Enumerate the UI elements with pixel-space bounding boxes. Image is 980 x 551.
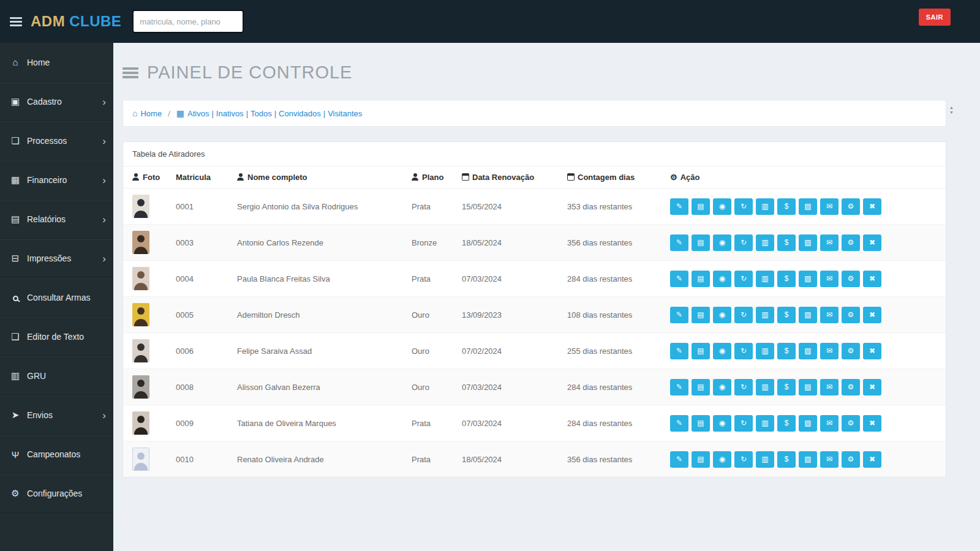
sidebar-item-home[interactable]: ⌂Home <box>0 43 113 82</box>
scroll-up-icon[interactable]: ▲ <box>949 105 954 110</box>
payment-button[interactable]: $ <box>777 379 796 395</box>
document-button[interactable]: ▨ <box>799 307 817 323</box>
breadcrumb-link-ativos[interactable]: Ativos <box>187 109 209 118</box>
edit-button[interactable]: ✎ <box>670 307 688 323</box>
sidebar-item-consultar-armas[interactable]: Consultar Armas <box>0 278 113 317</box>
book-button[interactable]: ▥ <box>756 198 774 215</box>
edit-button[interactable]: ✎ <box>670 415 688 432</box>
search-input[interactable] <box>132 10 244 33</box>
delete-button[interactable]: ✖ <box>863 415 881 432</box>
book-button[interactable]: ▥ <box>756 379 774 395</box>
id-card-button[interactable]: ▤ <box>692 451 710 468</box>
email-button[interactable]: ✉ <box>820 415 839 432</box>
renew-button[interactable]: ↻ <box>734 379 753 395</box>
photo-button[interactable]: ◉ <box>713 343 731 359</box>
book-button[interactable]: ▥ <box>756 343 774 359</box>
tools-button[interactable]: ⚙ <box>842 451 860 468</box>
document-button[interactable]: ▨ <box>799 343 817 359</box>
id-card-button[interactable]: ▤ <box>692 198 710 215</box>
renew-button[interactable]: ↻ <box>734 307 753 323</box>
document-button[interactable]: ▨ <box>799 451 817 468</box>
breadcrumb-link-todos[interactable]: Todos <box>251 109 272 118</box>
menu-toggle-icon[interactable] <box>10 15 22 28</box>
edit-button[interactable]: ✎ <box>670 271 688 287</box>
book-button[interactable]: ▥ <box>756 234 774 251</box>
document-button[interactable]: ▨ <box>799 198 817 215</box>
payment-button[interactable]: $ <box>777 234 796 251</box>
delete-button[interactable]: ✖ <box>863 307 881 323</box>
breadcrumb-link-inativos[interactable]: Inativos <box>216 109 244 118</box>
logout-button[interactable]: SAIR <box>919 9 951 26</box>
sidebar-item-relatorios[interactable]: ▤Relatórios› <box>0 200 113 239</box>
delete-button[interactable]: ✖ <box>863 234 881 251</box>
photo-button[interactable]: ◉ <box>713 198 731 215</box>
scrollbar-arrows[interactable]: ▲ ▼ <box>949 105 954 114</box>
tools-button[interactable]: ⚙ <box>842 343 860 359</box>
book-button[interactable]: ▥ <box>756 307 774 323</box>
breadcrumb-home-link[interactable]: ⌂ Home <box>132 108 162 118</box>
payment-button[interactable]: $ <box>777 198 796 215</box>
delete-button[interactable]: ✖ <box>863 343 881 359</box>
id-card-button[interactable]: ▤ <box>692 343 710 359</box>
sidebar-item-financeiro[interactable]: ▦Financeiro› <box>0 160 113 200</box>
payment-button[interactable]: $ <box>777 415 796 432</box>
renew-button[interactable]: ↻ <box>734 198 753 215</box>
email-button[interactable]: ✉ <box>820 379 839 395</box>
tools-button[interactable]: ⚙ <box>842 234 860 251</box>
photo-button[interactable]: ◉ <box>713 379 731 395</box>
renew-button[interactable]: ↻ <box>734 415 753 432</box>
id-card-button[interactable]: ▤ <box>692 271 710 287</box>
email-button[interactable]: ✉ <box>820 307 839 323</box>
delete-button[interactable]: ✖ <box>863 451 881 468</box>
tools-button[interactable]: ⚙ <box>842 415 860 432</box>
photo-button[interactable]: ◉ <box>713 451 731 468</box>
sidebar-item-editor-de-texto[interactable]: ❑Editor de Texto <box>0 317 113 356</box>
delete-button[interactable]: ✖ <box>863 271 881 287</box>
email-button[interactable]: ✉ <box>820 271 839 287</box>
scroll-down-icon[interactable]: ▼ <box>949 110 954 114</box>
book-button[interactable]: ▥ <box>756 271 774 287</box>
photo-button[interactable]: ◉ <box>713 415 731 432</box>
email-button[interactable]: ✉ <box>820 198 839 215</box>
payment-button[interactable]: $ <box>777 343 796 359</box>
tools-button[interactable]: ⚙ <box>842 379 860 395</box>
sidebar-item-processos[interactable]: ❏Processos› <box>0 121 113 160</box>
payment-button[interactable]: $ <box>777 307 796 323</box>
sidebar-item-cadastro[interactable]: ▣Cadastro› <box>0 82 113 121</box>
sidebar-item-impressoes[interactable]: ⊟Impressões› <box>0 239 113 278</box>
tools-button[interactable]: ⚙ <box>842 271 860 287</box>
payment-button[interactable]: $ <box>777 271 796 287</box>
sidebar-item-envios[interactable]: ➤Envios› <box>0 395 113 435</box>
breadcrumb-link-visitantes[interactable]: Visitantes <box>328 109 362 118</box>
sidebar-item-gru[interactable]: ▥GRU <box>0 356 113 395</box>
book-button[interactable]: ▥ <box>756 451 774 468</box>
id-card-button[interactable]: ▤ <box>692 307 710 323</box>
edit-button[interactable]: ✎ <box>670 379 688 395</box>
tools-button[interactable]: ⚙ <box>842 198 860 215</box>
renew-button[interactable]: ↻ <box>734 343 753 359</box>
id-card-button[interactable]: ▤ <box>692 234 710 251</box>
email-button[interactable]: ✉ <box>820 234 839 251</box>
edit-button[interactable]: ✎ <box>670 234 688 251</box>
renew-button[interactable]: ↻ <box>734 451 753 468</box>
email-button[interactable]: ✉ <box>820 451 839 468</box>
sidebar-item-configuracoes[interactable]: ⚙Configurações <box>0 474 113 513</box>
document-button[interactable]: ▨ <box>799 415 817 432</box>
email-button[interactable]: ✉ <box>820 343 839 359</box>
edit-button[interactable]: ✎ <box>670 343 688 359</box>
photo-button[interactable]: ◉ <box>713 307 731 323</box>
id-card-button[interactable]: ▤ <box>692 379 710 395</box>
photo-button[interactable]: ◉ <box>713 271 731 287</box>
photo-button[interactable]: ◉ <box>713 234 731 251</box>
tools-button[interactable]: ⚙ <box>842 307 860 323</box>
book-button[interactable]: ▥ <box>756 415 774 432</box>
sidebar-item-campeonatos[interactable]: ΨCampeonatos <box>0 435 113 474</box>
payment-button[interactable]: $ <box>777 451 796 468</box>
renew-button[interactable]: ↻ <box>734 271 753 287</box>
edit-button[interactable]: ✎ <box>670 198 688 215</box>
id-card-button[interactable]: ▤ <box>692 415 710 432</box>
renew-button[interactable]: ↻ <box>734 234 753 251</box>
delete-button[interactable]: ✖ <box>863 198 881 215</box>
document-button[interactable]: ▨ <box>799 234 817 251</box>
edit-button[interactable]: ✎ <box>670 451 688 468</box>
